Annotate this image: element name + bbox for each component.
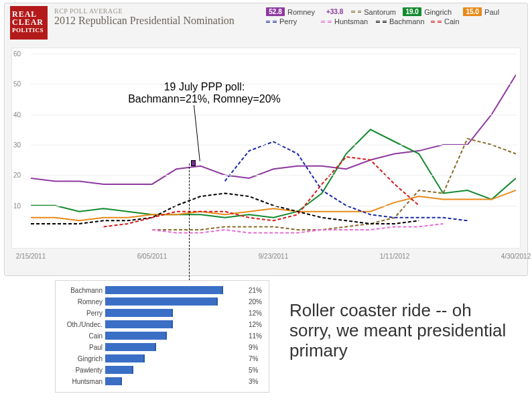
- gridline: [31, 145, 517, 145]
- legend-swatch: [351, 11, 361, 13]
- legend-swatch: [431, 21, 442, 23]
- bar-label: Romney: [57, 298, 105, 306]
- rcp-logo: REAL CLEAR POLITICS: [10, 6, 48, 40]
- bar: [105, 343, 156, 351]
- bar-label: Gingrich: [57, 355, 105, 362]
- annotation-marker: [191, 160, 196, 166]
- y-tick: 50: [13, 80, 21, 88]
- bar: [105, 332, 167, 340]
- x-tick: 9/23/2011: [259, 253, 289, 260]
- y-tick: 60: [13, 50, 21, 58]
- bar-row: Romney20%: [57, 296, 265, 307]
- bar-poll-chart: Bachmann21%Romney20%Perry12%Oth./Undec.1…: [55, 280, 269, 393]
- subtitle: RCP POLL AVERAGE: [54, 7, 235, 15]
- y-tick: 30: [13, 141, 21, 149]
- legend-name: Huntsman: [334, 17, 373, 25]
- bar: [105, 297, 218, 306]
- bar-value: 12%: [246, 310, 262, 317]
- y-tick: 40: [13, 111, 21, 118]
- legend-name: Perry: [279, 17, 318, 25]
- bar-value: 9%: [246, 344, 258, 351]
- header: REAL CLEAR POLITICS RCP POLL AVERAGE 201…: [5, 3, 527, 44]
- legend-badge: 19.0: [403, 7, 421, 16]
- bar-value: 12%: [246, 321, 262, 328]
- y-tick: 20: [13, 172, 21, 179]
- series-huntsman: [152, 224, 443, 233]
- x-tick: 6/05/2011: [137, 253, 168, 260]
- gridline: [31, 115, 517, 115]
- logo-line-3: POLITICS: [12, 26, 46, 34]
- bar-value: 5%: [246, 366, 258, 374]
- legend-badge: 15.0: [463, 7, 482, 16]
- series-gingrich: [31, 129, 516, 217]
- legend-name: Romney: [287, 8, 324, 16]
- bar-row: Huntsman3%: [57, 376, 265, 387]
- legend-name: Santorum: [364, 8, 400, 16]
- bar-row: Bachmann21%: [57, 285, 265, 295]
- bar-value: 7%: [246, 355, 258, 362]
- bar-value: 20%: [246, 298, 262, 306]
- bar-value: 3%: [246, 378, 258, 385]
- x-tick: 2/15/2011: [16, 253, 46, 260]
- bar: [105, 377, 122, 385]
- bar-row: Cain11%: [57, 330, 265, 341]
- page-title: 2012 Republican Presidential Nomination: [54, 15, 235, 27]
- bar-value: 21%: [246, 287, 262, 294]
- bar-row: Paul9%: [57, 342, 265, 352]
- bar-value: 11%: [246, 332, 262, 340]
- annotation-line-1: 19 July PPP poll:: [117, 81, 291, 93]
- x-tick: 1/11/2012: [380, 253, 410, 260]
- legend-name: Bachmann: [389, 17, 428, 25]
- bar-label: Bachmann: [57, 287, 105, 294]
- gridline: [31, 54, 517, 54]
- y-tick: 10: [13, 202, 21, 209]
- bar-row: Pawlenty5%: [57, 364, 265, 375]
- bar-label: Perry: [57, 310, 105, 317]
- bar-row: Oth./Undec.12%: [57, 319, 265, 330]
- bar: [105, 286, 223, 294]
- legend-swatch: [321, 21, 332, 23]
- annotation-line-2: Bachmann=21%, Romney=20%: [117, 93, 291, 105]
- title-block: RCP POLL AVERAGE 2012 Republican Preside…: [54, 7, 235, 27]
- legend: 52.8Romney+33.8Santorum19.0Gingrich15.0P…: [266, 7, 521, 27]
- series-santorum: [152, 139, 516, 230]
- bar-label: Cain: [57, 332, 105, 340]
- legend-name: Cain: [444, 17, 483, 25]
- bar: [105, 309, 173, 317]
- caption-text: Roller coaster ride -- oh sorry, we mean…: [289, 300, 517, 360]
- legend-swatch: [266, 21, 277, 23]
- legend-delta: +33.8: [326, 8, 348, 15]
- line-chart: 1020304050602/15/20116/05/20119/23/20111…: [11, 48, 521, 249]
- bar: [105, 366, 133, 374]
- legend-badge: 52.8: [266, 7, 285, 16]
- bar-label: Huntsman: [57, 378, 105, 385]
- legend-name: Paul: [484, 8, 521, 16]
- bar-label: Pawlenty: [57, 366, 105, 374]
- bar: [105, 320, 173, 328]
- gridline: [31, 175, 517, 176]
- bar-label: Paul: [57, 344, 105, 351]
- annotation-text: 19 July PPP poll: Bachmann=21%, Romney=2…: [117, 81, 291, 105]
- x-tick: 4/30/2012: [501, 253, 531, 260]
- logo-line-2: CLEAR: [12, 18, 46, 26]
- bar-row: Perry12%: [57, 308, 265, 318]
- bar: [105, 354, 145, 362]
- legend-swatch: [376, 21, 387, 23]
- bar-row: Gingrich7%: [57, 353, 265, 364]
- legend-name: Gingrich: [424, 8, 460, 16]
- gridline: [31, 206, 517, 206]
- bar-label: Oth./Undec.: [57, 321, 105, 328]
- chart-panel: REAL CLEAR POLITICS RCP POLL AVERAGE 201…: [4, 3, 528, 276]
